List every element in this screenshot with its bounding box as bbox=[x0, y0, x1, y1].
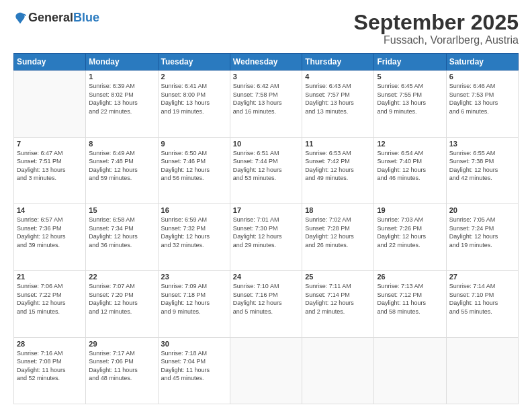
table-row: 1Sunrise: 6:39 AM Sunset: 8:02 PM Daylig… bbox=[86, 71, 158, 137]
day-number: 14 bbox=[17, 206, 83, 214]
day-info: Sunrise: 7:01 AM Sunset: 7:30 PM Dayligh… bbox=[233, 216, 299, 249]
table-row bbox=[14, 71, 86, 137]
table-row: 19Sunrise: 7:03 AM Sunset: 7:26 PM Dayli… bbox=[374, 203, 446, 270]
day-number: 15 bbox=[89, 206, 154, 214]
table-row: 4Sunrise: 6:43 AM Sunset: 7:57 PM Daylig… bbox=[302, 71, 374, 137]
day-number: 24 bbox=[233, 273, 299, 281]
day-number: 23 bbox=[161, 273, 227, 281]
day-info: Sunrise: 6:54 AM Sunset: 7:40 PM Dayligh… bbox=[377, 149, 443, 183]
col-tuesday: Tuesday bbox=[158, 54, 230, 71]
day-info: Sunrise: 6:45 AM Sunset: 7:55 PM Dayligh… bbox=[377, 82, 443, 116]
table-row: 18Sunrise: 7:02 AM Sunset: 7:28 PM Dayli… bbox=[302, 203, 374, 270]
table-row: 22Sunrise: 7:07 AM Sunset: 7:20 PM Dayli… bbox=[86, 271, 158, 337]
table-row: 2Sunrise: 6:41 AM Sunset: 8:00 PM Daylig… bbox=[158, 71, 230, 137]
calendar-week-2: 14Sunrise: 6:57 AM Sunset: 7:36 PM Dayli… bbox=[14, 203, 519, 270]
day-number: 9 bbox=[161, 140, 227, 148]
logo-icon bbox=[13, 11, 27, 25]
table-row: 16Sunrise: 6:59 AM Sunset: 7:32 PM Dayli… bbox=[158, 203, 230, 270]
day-number: 1 bbox=[89, 73, 154, 81]
day-info: Sunrise: 6:41 AM Sunset: 8:00 PM Dayligh… bbox=[161, 82, 227, 116]
day-info: Sunrise: 6:51 AM Sunset: 7:44 PM Dayligh… bbox=[233, 149, 299, 183]
day-number: 16 bbox=[161, 206, 227, 214]
calendar-week-3: 21Sunrise: 7:06 AM Sunset: 7:22 PM Dayli… bbox=[14, 271, 519, 337]
day-info: Sunrise: 7:07 AM Sunset: 7:20 PM Dayligh… bbox=[89, 282, 154, 316]
day-info: Sunrise: 6:55 AM Sunset: 7:38 PM Dayligh… bbox=[449, 149, 515, 183]
day-info: Sunrise: 6:47 AM Sunset: 7:51 PM Dayligh… bbox=[17, 149, 83, 183]
col-wednesday: Wednesday bbox=[230, 54, 302, 71]
table-row: 28Sunrise: 7:16 AM Sunset: 7:08 PM Dayli… bbox=[14, 337, 86, 404]
day-number: 18 bbox=[305, 206, 371, 214]
table-row: 23Sunrise: 7:09 AM Sunset: 7:18 PM Dayli… bbox=[158, 271, 230, 337]
table-row: 11Sunrise: 6:53 AM Sunset: 7:42 PM Dayli… bbox=[302, 137, 374, 203]
day-number: 2 bbox=[161, 73, 227, 81]
col-friday: Friday bbox=[374, 54, 446, 71]
day-number: 19 bbox=[377, 206, 443, 214]
day-info: Sunrise: 7:03 AM Sunset: 7:26 PM Dayligh… bbox=[377, 216, 443, 249]
table-row: 30Sunrise: 7:18 AM Sunset: 7:04 PM Dayli… bbox=[158, 337, 230, 404]
day-number: 20 bbox=[449, 206, 515, 214]
table-row bbox=[374, 337, 446, 404]
day-number: 21 bbox=[17, 273, 83, 281]
col-thursday: Thursday bbox=[302, 54, 374, 71]
table-row: 8Sunrise: 6:49 AM Sunset: 7:48 PM Daylig… bbox=[86, 137, 158, 203]
day-number: 26 bbox=[377, 273, 443, 281]
page: GeneralBlue September 2025 Fussach, Vora… bbox=[0, 0, 532, 411]
day-info: Sunrise: 6:39 AM Sunset: 8:02 PM Dayligh… bbox=[89, 82, 154, 116]
table-row bbox=[230, 337, 302, 404]
table-row: 5Sunrise: 6:45 AM Sunset: 7:55 PM Daylig… bbox=[374, 71, 446, 137]
day-number: 4 bbox=[305, 73, 371, 81]
table-row: 10Sunrise: 6:51 AM Sunset: 7:44 PM Dayli… bbox=[230, 137, 302, 203]
day-info: Sunrise: 7:02 AM Sunset: 7:28 PM Dayligh… bbox=[305, 216, 371, 249]
day-info: Sunrise: 7:18 AM Sunset: 7:04 PM Dayligh… bbox=[161, 349, 227, 383]
day-number: 17 bbox=[233, 206, 299, 214]
day-info: Sunrise: 6:59 AM Sunset: 7:32 PM Dayligh… bbox=[161, 216, 227, 249]
day-number: 29 bbox=[89, 340, 154, 348]
day-info: Sunrise: 6:50 AM Sunset: 7:46 PM Dayligh… bbox=[161, 149, 227, 183]
day-number: 6 bbox=[449, 73, 515, 81]
day-info: Sunrise: 6:43 AM Sunset: 7:57 PM Dayligh… bbox=[305, 82, 371, 116]
location-title: Fussach, Vorarlberg, Austria bbox=[354, 34, 519, 46]
day-info: Sunrise: 7:16 AM Sunset: 7:08 PM Dayligh… bbox=[17, 349, 83, 383]
day-number: 7 bbox=[17, 140, 83, 148]
day-info: Sunrise: 7:05 AM Sunset: 7:24 PM Dayligh… bbox=[449, 216, 515, 249]
table-row: 25Sunrise: 7:11 AM Sunset: 7:14 PM Dayli… bbox=[302, 271, 374, 337]
day-info: Sunrise: 6:57 AM Sunset: 7:36 PM Dayligh… bbox=[17, 216, 83, 249]
day-info: Sunrise: 6:49 AM Sunset: 7:48 PM Dayligh… bbox=[89, 149, 154, 183]
col-saturday: Saturday bbox=[446, 54, 518, 71]
day-info: Sunrise: 6:46 AM Sunset: 7:53 PM Dayligh… bbox=[449, 82, 515, 116]
table-row: 9Sunrise: 6:50 AM Sunset: 7:46 PM Daylig… bbox=[158, 137, 230, 203]
day-info: Sunrise: 6:42 AM Sunset: 7:58 PM Dayligh… bbox=[233, 82, 299, 116]
table-row: 15Sunrise: 6:58 AM Sunset: 7:34 PM Dayli… bbox=[86, 203, 158, 270]
table-row: 6Sunrise: 6:46 AM Sunset: 7:53 PM Daylig… bbox=[446, 71, 518, 137]
day-info: Sunrise: 7:14 AM Sunset: 7:10 PM Dayligh… bbox=[449, 282, 515, 316]
table-row: 24Sunrise: 7:10 AM Sunset: 7:16 PM Dayli… bbox=[230, 271, 302, 337]
calendar-week-0: 1Sunrise: 6:39 AM Sunset: 8:02 PM Daylig… bbox=[14, 71, 519, 137]
table-row: 3Sunrise: 6:42 AM Sunset: 7:58 PM Daylig… bbox=[230, 71, 302, 137]
month-title: September 2025 bbox=[354, 11, 519, 34]
table-row: 13Sunrise: 6:55 AM Sunset: 7:38 PM Dayli… bbox=[446, 137, 518, 203]
day-number: 11 bbox=[305, 140, 371, 148]
day-info: Sunrise: 6:58 AM Sunset: 7:34 PM Dayligh… bbox=[89, 216, 154, 249]
day-info: Sunrise: 7:06 AM Sunset: 7:22 PM Dayligh… bbox=[17, 282, 83, 316]
day-number: 5 bbox=[377, 73, 443, 81]
day-number: 30 bbox=[161, 340, 227, 348]
logo-text: GeneralBlue bbox=[28, 11, 99, 25]
day-info: Sunrise: 7:17 AM Sunset: 7:06 PM Dayligh… bbox=[89, 349, 154, 383]
calendar-week-1: 7Sunrise: 6:47 AM Sunset: 7:51 PM Daylig… bbox=[14, 137, 519, 203]
table-row: 12Sunrise: 6:54 AM Sunset: 7:40 PM Dayli… bbox=[374, 137, 446, 203]
table-row: 21Sunrise: 7:06 AM Sunset: 7:22 PM Dayli… bbox=[14, 271, 86, 337]
table-row bbox=[446, 337, 518, 404]
col-sunday: Sunday bbox=[14, 54, 86, 71]
day-number: 25 bbox=[305, 273, 371, 281]
day-number: 22 bbox=[89, 273, 154, 281]
calendar-header-row: Sunday Monday Tuesday Wednesday Thursday… bbox=[14, 54, 519, 71]
header: GeneralBlue September 2025 Fussach, Vora… bbox=[13, 11, 519, 46]
table-row: 26Sunrise: 7:13 AM Sunset: 7:12 PM Dayli… bbox=[374, 271, 446, 337]
day-number: 13 bbox=[449, 140, 515, 148]
table-row: 14Sunrise: 6:57 AM Sunset: 7:36 PM Dayli… bbox=[14, 203, 86, 270]
day-info: Sunrise: 7:11 AM Sunset: 7:14 PM Dayligh… bbox=[305, 282, 371, 316]
day-info: Sunrise: 7:13 AM Sunset: 7:12 PM Dayligh… bbox=[377, 282, 443, 316]
calendar-table: Sunday Monday Tuesday Wednesday Thursday… bbox=[13, 53, 519, 404]
day-info: Sunrise: 7:10 AM Sunset: 7:16 PM Dayligh… bbox=[233, 282, 299, 316]
col-monday: Monday bbox=[86, 54, 158, 71]
